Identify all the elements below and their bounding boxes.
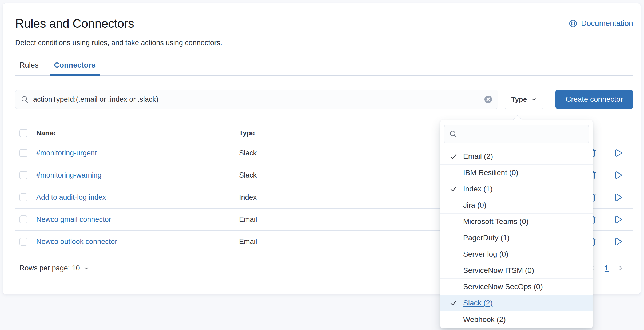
check-icon [450,299,458,307]
filter-search-box [444,125,589,143]
filter-option-list: Email (2) IBM Resilient (0) Index (1) Ji… [440,148,593,328]
filter-option-jira[interactable]: Jira (0) [440,197,593,214]
play-icon [613,215,622,224]
pagination: 1 [588,264,633,273]
rows-per-page-selector[interactable]: Rows per page: 10 [19,264,90,272]
chevron-down-icon [83,265,90,271]
create-connector-button[interactable]: Create connector [555,90,633,109]
filter-option-ibm-resilient[interactable]: IBM Resilient (0) [440,165,593,181]
play-icon [613,237,622,246]
filter-option-slack[interactable]: Slack (2) [440,295,593,311]
filter-search-input[interactable] [461,130,584,138]
row-checkbox[interactable] [19,238,27,246]
documentation-link[interactable]: Documentation [569,19,633,28]
run-connector-button[interactable] [613,215,622,224]
play-icon [613,171,622,180]
filter-option-server-log[interactable]: Server log (0) [440,246,593,262]
connector-name-link[interactable]: #monitoring-urgent [36,149,97,157]
page-title: Rules and Connectors [15,16,134,31]
search-icon [449,130,457,138]
column-header-name: Name [36,129,239,137]
rows-per-page-label: Rows per page: 10 [19,264,80,272]
row-checkbox[interactable] [19,171,27,179]
filter-option-email[interactable]: Email (2) [440,148,593,165]
page-header: Rules and Connectors Documentation [15,16,633,31]
help-lifebuoy-icon [569,19,577,28]
page-subtitle: Detect conditions using rules, and take … [15,39,633,47]
select-all-checkbox[interactable] [19,129,27,137]
filter-option-servicenow-itsm[interactable]: ServiceNow ITSM (0) [440,262,593,279]
run-connector-button[interactable] [613,237,622,246]
documentation-label: Documentation [581,19,633,28]
tab-bar: Rules Connectors [15,56,633,76]
run-connector-button[interactable] [613,193,622,202]
filter-option-microsoft-teams[interactable]: Microsoft Teams (0) [440,214,593,230]
connector-name-link[interactable]: Newco outlook connector [36,238,117,246]
check-icon [450,152,458,160]
run-connector-button[interactable] [613,148,622,158]
play-icon [613,193,622,202]
search-icon [21,95,29,103]
connector-name-link[interactable]: #monitoring-warning [36,171,102,179]
play-icon [613,148,622,158]
row-checkbox[interactable] [19,149,27,157]
filter-option-servicenow-secops[interactable]: ServiceNow SecOps (0) [440,279,593,295]
row-checkbox[interactable] [19,193,27,201]
tab-connectors[interactable]: Connectors [50,56,100,75]
check-icon [450,185,458,193]
connector-name-link[interactable]: Newco gmail connector [36,215,111,223]
toolbar: Type Create connector [15,90,633,109]
search-input[interactable] [33,95,480,104]
connector-search-box [15,90,498,109]
type-filter-button[interactable]: Type [504,90,544,109]
filter-option-pagerduty[interactable]: PagerDuty (1) [440,230,593,246]
tab-rules[interactable]: Rules [15,56,43,75]
type-filter-popover: Email (2) IBM Resilient (0) Index (1) Ji… [440,120,593,328]
filter-option-webhook[interactable]: Webhook (2) [440,311,593,328]
clear-search-icon[interactable] [484,95,492,104]
page-number-1[interactable]: 1 [602,264,611,272]
filter-option-index[interactable]: Index (1) [440,181,593,197]
row-checkbox[interactable] [19,215,27,223]
type-filter-label: Type [511,95,527,104]
run-connector-button[interactable] [613,171,622,180]
connector-name-link[interactable]: Add to audit-log index [36,193,106,201]
chevron-down-icon [531,96,537,103]
next-page-button[interactable] [616,264,625,273]
